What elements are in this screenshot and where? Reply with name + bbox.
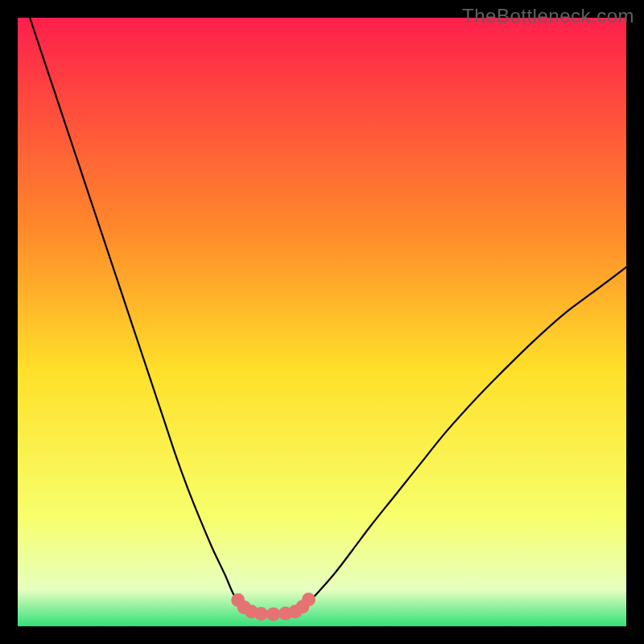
chart-frame: TheBottleneck.com [0, 0, 644, 644]
chart-svg [18, 18, 626, 626]
mid-dot [302, 592, 316, 606]
gradient-background [18, 18, 626, 626]
watermark-text: TheBottleneck.com [462, 5, 634, 27]
plot-area [18, 18, 626, 626]
mid-dot [254, 607, 268, 621]
mid-dot [266, 607, 280, 621]
